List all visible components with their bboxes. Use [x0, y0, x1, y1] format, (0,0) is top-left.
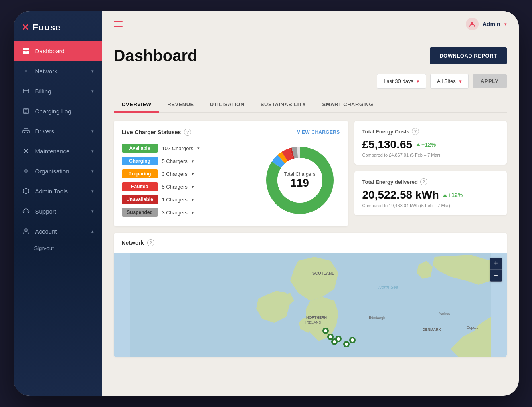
organisation-icon [22, 167, 30, 175]
svg-point-44 [329, 335, 332, 338]
count-available: 102 Chargers [162, 145, 194, 151]
chevron-preparing[interactable]: ▾ [192, 171, 194, 177]
organisation-chevron: ▾ [91, 169, 94, 174]
charging-log-icon [22, 107, 30, 115]
sidebar-item-organisation[interactable]: Organisation ▾ [14, 161, 102, 181]
energy-costs-card: Total Energy Costs ? £5,130.65 +12% Comp… [354, 121, 507, 165]
page-header: Dashboard DOWNLOAD REPORT [114, 47, 507, 65]
live-charger-card: Live Charger Statuses ? VIEW CHARGERS Av… [114, 121, 348, 226]
sites-filter[interactable]: All Sites ▾ [430, 74, 469, 89]
energy-delivered-help-icon[interactable]: ? [420, 178, 427, 185]
sidebar-item-billing[interactable]: Billing ▾ [14, 81, 102, 101]
sidebar-item-dashboard[interactable]: Dashboard [14, 41, 102, 61]
maintenance-chevron: ▾ [91, 149, 94, 154]
sidebar-item-admin-tools[interactable]: Admin Tools ▾ [14, 181, 102, 201]
svg-point-9 [27, 132, 28, 133]
hamburger-button[interactable] [114, 21, 123, 27]
status-row-unavailable: Unavailable 1 Chargers ▾ [122, 195, 260, 204]
hamburger-line-1 [114, 21, 123, 22]
status-row-available: Available 102 Chargers ▾ [122, 144, 260, 153]
sidebar-item-support[interactable]: Support ▾ [14, 201, 102, 221]
download-report-button[interactable]: DOWNLOAD REPORT [430, 47, 506, 64]
donut-chart: Total Chargers 119 [260, 142, 340, 218]
live-charger-header: Live Charger Statuses ? VIEW CHARGERS [122, 129, 340, 136]
svg-rect-13 [28, 211, 29, 213]
hamburger-line-2 [114, 24, 123, 24]
account-chevron: ▴ [91, 229, 94, 234]
chevron-charging[interactable]: ▾ [192, 159, 194, 164]
svg-text:NORTHERN: NORTHERN [306, 316, 327, 320]
apply-button[interactable]: APPLY [473, 74, 507, 88]
user-menu-chevron: ▾ [504, 22, 507, 27]
svg-point-50 [345, 343, 348, 346]
count-charging: 5 Chargers [162, 158, 188, 164]
energy-delivered-compare: Compared to 19,468.04 kWh (5 Feb – 7 Mar… [362, 203, 499, 208]
count-suspended: 3 Chargers [162, 210, 188, 216]
chevron-unavailable[interactable]: ▾ [192, 197, 194, 202]
svg-text:IRELAND: IRELAND [305, 320, 322, 324]
tab-utilisation[interactable]: UTILISATION [202, 97, 253, 112]
filter-row: Last 30 days ▾ All Sites ▾ APPLY [114, 74, 507, 89]
svg-rect-1 [26, 48, 29, 50]
logo-text: Fuuse [33, 22, 61, 33]
tab-sustainability[interactable]: SUSTAINABILITY [253, 97, 314, 112]
topbar: Admin ▾ [102, 11, 519, 37]
network-help-icon[interactable]: ? [147, 239, 154, 246]
svg-point-42 [324, 329, 327, 332]
tab-revenue[interactable]: REVENUE [159, 97, 202, 112]
energy-costs-compare: Compared to £4,867.01 (5 Feb – 7 Mar) [362, 153, 499, 157]
account-icon [22, 228, 30, 235]
svg-point-4 [25, 70, 27, 72]
user-menu[interactable]: Admin ▾ [466, 18, 507, 30]
sidebar-item-account[interactable]: Account ▴ [14, 221, 102, 241]
sidebar-item-charging-log[interactable]: Charging Log [14, 101, 102, 121]
svg-point-10 [25, 150, 27, 152]
svg-rect-2 [23, 51, 26, 54]
count-unavailable: 1 Chargers [162, 197, 188, 203]
maintenance-icon [22, 147, 30, 155]
energy-costs-help-icon[interactable]: ? [412, 128, 419, 135]
energy-delivered-card: Total Energy delivered ? 20,522.58 kWh +… [354, 171, 507, 215]
map-zoom-out[interactable]: − [490, 270, 502, 282]
tab-overview[interactable]: OVERVIEW [114, 97, 160, 113]
sidebar-item-maintenance[interactable]: Maintenance ▾ [14, 141, 102, 161]
sidebar-item-label: Charging Log [35, 108, 71, 115]
svg-point-52 [351, 338, 354, 342]
sidebar-item-drivers[interactable]: Drivers ▾ [14, 121, 102, 141]
badge-available: Available [122, 144, 158, 153]
chevron-available[interactable]: ▾ [197, 146, 200, 151]
svg-point-15 [471, 22, 473, 24]
up-arrow-costs [416, 143, 420, 146]
network-section: Network ? North Sea [114, 233, 507, 357]
svg-text:North Sea: North Sea [378, 285, 398, 290]
badge-unavailable: Unavailable [122, 195, 158, 204]
view-chargers-link[interactable]: VIEW CHARGERS [297, 129, 340, 135]
drivers-chevron: ▾ [91, 129, 94, 134]
sidebar-item-label: Admin Tools [35, 188, 68, 195]
svg-rect-7 [23, 130, 29, 133]
energy-costs-value: £5,130.65 +12% [362, 138, 499, 151]
sign-out-item[interactable]: Sign-out [14, 241, 102, 255]
up-arrow-delivered [443, 194, 447, 197]
sidebar-item-label: Organisation [35, 168, 69, 175]
svg-point-8 [24, 132, 25, 133]
page-content: Dashboard DOWNLOAD REPORT Last 30 days ▾… [102, 37, 519, 396]
chevron-suspended[interactable]: ▾ [192, 210, 194, 215]
sites-chevron: ▾ [459, 78, 462, 84]
count-faulted: 5 Chargers [162, 184, 188, 190]
map-zoom-controls: + − [490, 258, 502, 282]
live-charger-help-icon[interactable]: ? [184, 129, 191, 136]
sidebar-item-network[interactable]: Network ▾ [14, 61, 102, 81]
badge-faulted: Faulted [122, 182, 158, 191]
badge-suspended: Suspended [122, 208, 158, 217]
tab-smart-charging[interactable]: SMART CHARGING [314, 97, 382, 112]
map-zoom-in[interactable]: + [490, 258, 502, 270]
hamburger-line-3 [114, 26, 123, 27]
logo-icon: ✕ [22, 22, 29, 33]
date-range-filter[interactable]: Last 30 days ▾ [377, 74, 426, 89]
svg-text:Cope...: Cope... [467, 326, 478, 330]
svg-point-46 [333, 340, 336, 343]
chevron-faulted[interactable]: ▾ [192, 184, 194, 189]
charger-statuses: Available 102 Chargers ▾ Charging 5 Char… [122, 142, 340, 218]
support-icon [22, 208, 30, 215]
